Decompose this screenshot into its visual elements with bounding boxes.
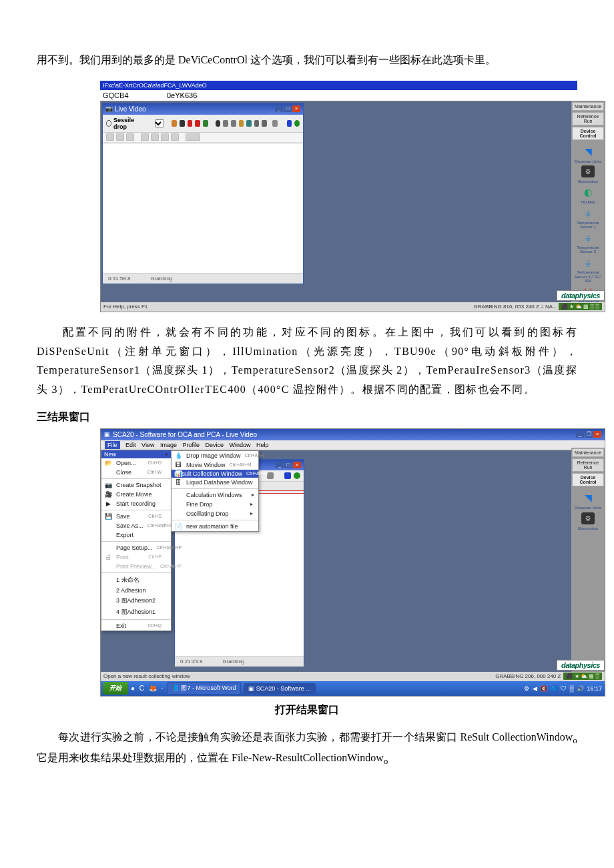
windows-taskbar: 开始 ● C 🦊 · 📘图7 - Microsoft Word ▣SCA20 -…: [101, 681, 605, 696]
dispense-units-icon[interactable]: ◥: [581, 492, 595, 504]
menu-window[interactable]: Window: [230, 442, 251, 448]
dropdown[interactable]: [155, 119, 164, 127]
menu-file-recent-1[interactable]: 1 未命名: [101, 574, 171, 586]
minimize-icon[interactable]: _: [576, 431, 584, 438]
menu-file-exit[interactable]: ExitCtrl+Q: [101, 621, 171, 630]
toolbar-icon[interactable]: [246, 120, 252, 127]
close-icon[interactable]: ×: [593, 431, 601, 438]
dispense-units-icon[interactable]: ◥: [581, 145, 595, 157]
toolbar-icon[interactable]: [151, 133, 159, 141]
menu-file-save[interactable]: 💾SaveCtrl+S: [101, 512, 171, 521]
menu-new-drop-image[interactable]: 💧Drop Image WindowCtrl+Alt+I: [172, 451, 258, 460]
tbu90e-icon[interactable]: ◐: [581, 186, 595, 198]
restore-icon[interactable]: ❐: [585, 431, 593, 438]
menu-edit[interactable]: Edit: [125, 442, 136, 448]
quicklaunch-icons[interactable]: ● C 🦊 ·: [131, 685, 164, 692]
minimize-icon[interactable]: _: [276, 462, 284, 468]
radio-sessile-drop[interactable]: Sessile drop: [106, 117, 140, 130]
toolbar-icon[interactable]: [267, 472, 274, 479]
refresh-icon[interactable]: [294, 472, 300, 479]
toolbar-icon[interactable]: [195, 120, 200, 127]
menu-file-create-movie[interactable]: 🎥Create Movie: [101, 490, 171, 499]
temp-sensor-2-icon[interactable]: ⏚: [581, 232, 595, 244]
app-icon: ▣: [248, 685, 254, 692]
temp-sensor-1-icon[interactable]: ⏚: [581, 207, 595, 219]
menu-file-recent-4[interactable]: 4 图Adhesion1: [101, 606, 171, 618]
dispense-units-label: Dispense Units: [575, 506, 601, 510]
menu-file-recent-2[interactable]: 2 Adhesion: [101, 586, 171, 595]
temp-sensor-3-icon[interactable]: ⏚: [581, 256, 595, 268]
status-timestamp: 0:21:23.9: [180, 659, 202, 665]
video-canvas: [103, 143, 303, 273]
menu-file-snapshot[interactable]: 📷Create Snapshot: [101, 480, 171, 490]
tab-reference-run[interactable]: Reference Run: [572, 112, 604, 125]
menubar[interactable]: File Edit View Image Profile Device Wind…: [101, 440, 605, 450]
toolbar-icon[interactable]: [223, 120, 228, 127]
menu-file-close[interactable]: CloseCtrl+W: [101, 468, 171, 477]
menu-file-new[interactable]: New 💧Drop Image WindowCtrl+Alt+I 🎞Movie …: [101, 450, 171, 458]
menu-profile[interactable]: Profile: [182, 442, 200, 448]
toolbar-icon[interactable]: [180, 120, 185, 127]
refresh-icon[interactable]: [294, 120, 300, 127]
menu-view[interactable]: View: [141, 442, 154, 448]
toolbar-icon[interactable]: [141, 133, 149, 141]
toolbar-icon[interactable]: [172, 120, 177, 127]
toolbar-icon[interactable]: [272, 120, 278, 127]
record-icon[interactable]: [287, 120, 292, 127]
menu-file-page-setup[interactable]: Page Setup...Ctrl+Shift+P: [101, 543, 171, 552]
start-button[interactable]: 开始: [103, 682, 128, 695]
menu-file-print[interactable]: 🖨PrintCtrl+P: [101, 552, 171, 562]
tab-maintenance[interactable]: Maintenance: [572, 448, 604, 457]
menu-image[interactable]: Image: [160, 442, 177, 448]
temp-sensor-2-label: Temperature Sensor 2: [573, 246, 603, 254]
menu-file-export[interactable]: Export: [101, 530, 171, 540]
maximize-icon[interactable]: □: [284, 462, 292, 468]
dispense-units-label: Dispense Units: [575, 159, 601, 164]
illumination-icon[interactable]: ⛭: [581, 165, 595, 177]
toolbar-icon[interactable]: [106, 133, 114, 141]
menu-file-recent-3[interactable]: 3 图Adhesion2: [101, 595, 171, 606]
toolbar-icon[interactable]: [231, 120, 236, 127]
menu-new-liquid-db[interactable]: 🗄Liquid Database Window: [172, 478, 258, 487]
toolbar-icon[interactable]: [239, 120, 244, 127]
tab-reference-run[interactable]: Reference Run: [572, 458, 604, 472]
toolbar-icon[interactable]: [116, 133, 124, 141]
menu-file-saveas[interactable]: Save As...Ctrl+Shift+S: [101, 521, 171, 530]
menu-device[interactable]: Device: [206, 442, 224, 448]
tab-device-control[interactable]: Device Control: [572, 127, 604, 140]
status-tray: ⬛ ★ ⛅ ▦ ▒ ▒: [559, 303, 602, 310]
tab-maintenance[interactable]: Maintenance: [572, 102, 604, 111]
taskbar-item-word[interactable]: 📘图7 - Microsoft Word: [167, 682, 240, 695]
menu-new-osc-drop[interactable]: Oscillating Drop: [172, 509, 258, 518]
taskbar-item-sca20[interactable]: ▣SCA20 - Software ...: [244, 683, 316, 694]
toolbar-icon[interactable]: [216, 120, 221, 127]
toolbar-icon[interactable]: [171, 133, 179, 141]
minimize-icon[interactable]: _: [275, 105, 283, 112]
tray-icons[interactable]: ⚙ ◀ 🔇 🔵 🛡 ▒ 🔊: [524, 685, 585, 692]
illumination-icon[interactable]: ⛭: [581, 512, 595, 524]
toolbar-icon[interactable]: [161, 133, 169, 141]
menu-file-start-rec[interactable]: ▶Start recording: [101, 499, 171, 508]
toolbar-icon[interactable]: [254, 120, 260, 127]
word-icon: 📘: [172, 685, 179, 691]
toolbar-icon[interactable]: [186, 133, 200, 141]
drop-icon: 💧: [174, 452, 182, 460]
record-icon[interactable]: [284, 472, 291, 479]
tab-device-control[interactable]: Device Control: [572, 473, 604, 486]
menu-file[interactable]: File: [105, 441, 120, 449]
menu-help[interactable]: Help: [256, 442, 269, 448]
toolbar-icon[interactable]: [188, 120, 193, 127]
toolbar-icon[interactable]: [203, 120, 208, 127]
toolbar-icon[interactable]: [262, 120, 267, 127]
close-icon[interactable]: ×: [293, 462, 301, 468]
menu-new-fine-drop[interactable]: Fine Drop: [172, 500, 258, 509]
menu-file-open[interactable]: 📂Open...Ctrl+O: [101, 458, 171, 468]
menu-new-movie[interactable]: 🎞Movie WindowCtrl+Alt+M: [172, 460, 258, 470]
maximize-icon[interactable]: □: [284, 105, 292, 112]
menu-file-print-preview[interactable]: Print Preview...Ctrl+Alt+P: [101, 562, 171, 571]
menu-new-result-collection[interactable]: 📊Result Collection WindowCtrl+Alt+R: [172, 470, 258, 478]
close-icon[interactable]: ×: [292, 105, 300, 112]
toolbar-icon[interactable]: [126, 133, 134, 141]
menu-new-automation[interactable]: 📄new automation file: [172, 522, 258, 531]
menu-new-calc[interactable]: Calculation Windows: [172, 490, 258, 500]
